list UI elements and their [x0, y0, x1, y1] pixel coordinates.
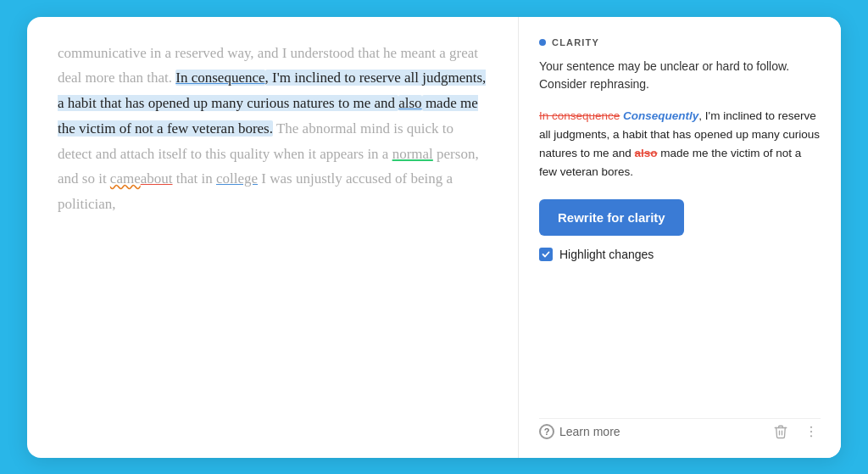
- clarity-heading: CLARITY: [552, 37, 599, 47]
- suggestion-panel: CLARITY Your sentence may be unclear or …: [519, 17, 841, 458]
- clarity-label-row: CLARITY: [539, 37, 821, 47]
- text-content: communicative in a reserved way, and I u…: [58, 41, 491, 217]
- faded-text-3: that in: [176, 170, 213, 187]
- bottom-icons: [771, 422, 821, 441]
- main-container: communicative in a reserved way, and I u…: [27, 17, 841, 458]
- delete-button[interactable]: [771, 422, 790, 441]
- text-panel: communicative in a reserved way, and I u…: [27, 17, 519, 458]
- normal-underline: normal: [392, 146, 433, 162]
- replacement-phrase: Consequently: [623, 109, 698, 122]
- suggestion-description: Your sentence may be unclear or hard to …: [539, 58, 821, 93]
- svg-point-1: [810, 430, 812, 432]
- also-strikethrough: also: [635, 147, 658, 159]
- svg-point-2: [810, 435, 812, 437]
- college-underline: college: [216, 170, 258, 187]
- help-icon: ?: [539, 424, 554, 439]
- bottom-row: ? Learn more: [539, 418, 821, 441]
- highlight-changes-row: Highlight changes: [539, 248, 821, 261]
- about-underline: about: [141, 170, 173, 187]
- learn-more-link[interactable]: ? Learn more: [539, 424, 620, 439]
- suggestion-text-block: In consequence Consequently, I'm incline…: [539, 107, 821, 182]
- came-underline: came: [110, 170, 141, 187]
- also-underline: also: [398, 95, 421, 111]
- original-phrase-strike: In consequence: [539, 109, 620, 122]
- in-consequence-highlight: In consequence: [175, 70, 264, 86]
- learn-more-label: Learn more: [559, 425, 620, 438]
- clarity-dot: [539, 39, 546, 46]
- svg-point-0: [810, 426, 812, 427]
- highlight-checkbox[interactable]: [539, 248, 553, 261]
- highlight-label: Highlight changes: [559, 248, 654, 261]
- rewrite-button[interactable]: Rewrite for clarity: [539, 199, 684, 236]
- more-options-button[interactable]: [802, 422, 821, 441]
